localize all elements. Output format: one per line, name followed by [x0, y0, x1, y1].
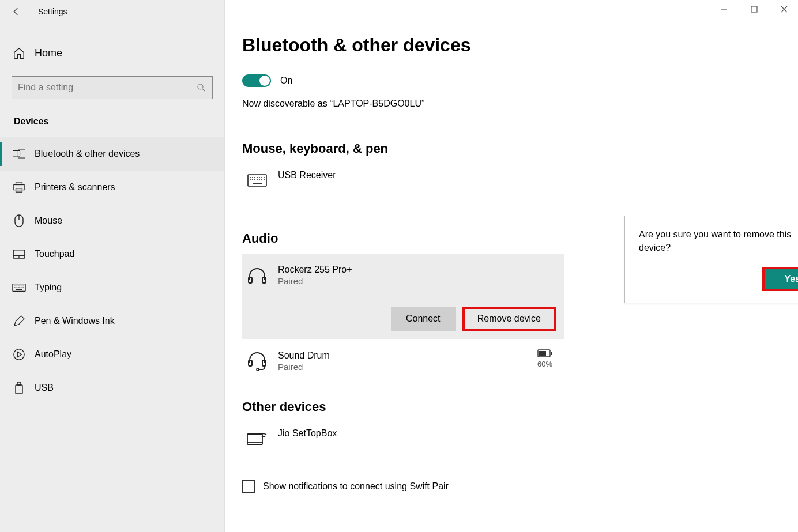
minimize-button[interactable]	[716, 2, 732, 16]
remove-device-button[interactable]: Remove device	[462, 307, 556, 331]
devices-icon	[12, 149, 27, 159]
search-input[interactable]	[18, 82, 196, 93]
bluetooth-toggle[interactable]	[242, 74, 271, 87]
device-name: Sound Drum	[278, 350, 330, 361]
keyboard-icon	[12, 283, 27, 292]
close-button[interactable]	[776, 2, 792, 16]
mouse-icon	[12, 214, 27, 227]
checkbox-icon[interactable]	[242, 480, 255, 493]
remove-device-dialog: Are you sure you want to remove this dev…	[624, 216, 798, 303]
svg-rect-30	[551, 352, 552, 355]
autoplay-icon	[12, 348, 27, 361]
toggle-knob	[259, 76, 270, 86]
search-icon	[196, 82, 206, 93]
svg-rect-20	[248, 175, 266, 186]
display-device-icon	[246, 428, 269, 449]
device-status: Paired	[278, 276, 352, 286]
swift-pair-checkbox-row[interactable]: Show notifications to connect using Swif…	[242, 480, 786, 493]
section-title-mouse-kb-pen: Mouse, keyboard, & pen	[242, 141, 786, 156]
keyboard-device-icon	[246, 170, 269, 191]
sidebar-home-label: Home	[35, 47, 62, 59]
sidebar-item-label: Printers & scanners	[35, 182, 115, 193]
bluetooth-toggle-label: On	[280, 76, 292, 86]
svg-rect-1	[13, 151, 20, 156]
section-title-other: Other devices	[242, 399, 786, 414]
sidebar-top-bar: Settings	[0, 0, 224, 23]
search-container	[0, 69, 224, 99]
sidebar-item-label: USB	[35, 383, 54, 393]
device-row-usb-receiver[interactable]: USB Receiver	[242, 164, 564, 197]
sidebar-item-label: AutoPlay	[35, 349, 71, 360]
sidebar-nav-list: Bluetooth & other devices Printers & sca…	[0, 137, 224, 405]
home-icon	[12, 47, 27, 59]
svg-point-0	[198, 84, 203, 89]
discoverable-text: Now discoverable as “LAPTOP-B5DGO0LU”	[242, 99, 786, 109]
sidebar-home[interactable]: Home	[0, 37, 224, 69]
sidebar-item-mouse[interactable]: Mouse	[0, 204, 224, 237]
dialog-message: Are you sure you want to remove this dev…	[639, 228, 798, 254]
arrow-left-icon	[11, 6, 21, 17]
svg-rect-3	[16, 182, 22, 185]
dialog-yes-button[interactable]: Yes	[762, 267, 798, 291]
device-row-settopbox[interactable]: Jio SetTopBox	[242, 422, 564, 455]
svg-rect-31	[539, 351, 546, 356]
device-row-sounddrum[interactable]: Sound Drum Paired 60%	[242, 345, 564, 378]
page-title: Bluetooth & other devices	[242, 35, 786, 56]
sidebar-item-label: Mouse	[35, 216, 62, 226]
maximize-button[interactable]	[746, 2, 762, 16]
battery-icon	[537, 349, 552, 357]
battery-percentage: 60%	[537, 360, 552, 368]
sidebar-item-pen[interactable]: Pen & Windows Ink	[0, 304, 224, 338]
sidebar-item-typing[interactable]: Typing	[0, 271, 224, 304]
battery-indicator: 60%	[537, 349, 552, 368]
device-name: Jio SetTopBox	[278, 428, 337, 439]
svg-rect-32	[247, 434, 262, 444]
pen-icon	[12, 315, 27, 327]
device-name: Rockerz 255 Pro+	[278, 265, 352, 275]
printer-icon	[12, 182, 27, 193]
sidebar-item-autoplay[interactable]: AutoPlay	[0, 338, 224, 371]
sidebar-item-bluetooth[interactable]: Bluetooth & other devices	[0, 137, 224, 171]
sidebar-item-usb[interactable]: USB	[0, 371, 224, 405]
headset-icon	[246, 350, 269, 371]
device-status: Paired	[278, 362, 330, 372]
sidebar-item-label: Touchpad	[35, 249, 74, 259]
svg-rect-19	[751, 6, 757, 12]
sidebar-item-printers[interactable]: Printers & scanners	[0, 171, 224, 204]
swift-pair-label: Show notifications to connect using Swif…	[263, 481, 449, 492]
svg-rect-17	[16, 385, 22, 394]
sidebar-item-label: Typing	[35, 282, 62, 293]
back-button[interactable]	[5, 0, 28, 23]
sidebar-item-label: Bluetooth & other devices	[35, 149, 140, 159]
touchpad-icon	[12, 250, 27, 259]
sidebar-item-label: Pen & Windows Ink	[35, 316, 115, 326]
svg-point-28	[257, 368, 259, 371]
window-controls	[716, 2, 792, 16]
svg-point-15	[14, 349, 24, 360]
search-box[interactable]	[12, 76, 213, 99]
device-name: USB Receiver	[278, 170, 336, 180]
device-row-rockerz[interactable]: Rockerz 255 Pro+ Paired Connect Remove d…	[242, 254, 564, 339]
sidebar: Settings Home Devices Bluetooth & other …	[0, 0, 225, 532]
content-pane: Bluetooth & other devices On Now discove…	[225, 0, 798, 532]
usb-icon	[12, 382, 27, 394]
sidebar-item-touchpad[interactable]: Touchpad	[0, 237, 224, 271]
bluetooth-toggle-row: On	[242, 74, 786, 87]
window-title: Settings	[38, 7, 67, 16]
headphones-icon	[246, 265, 269, 285]
connect-button[interactable]: Connect	[391, 307, 456, 331]
svg-rect-16	[17, 382, 21, 385]
sidebar-category-header: Devices	[0, 99, 224, 137]
svg-rect-4	[14, 184, 24, 190]
